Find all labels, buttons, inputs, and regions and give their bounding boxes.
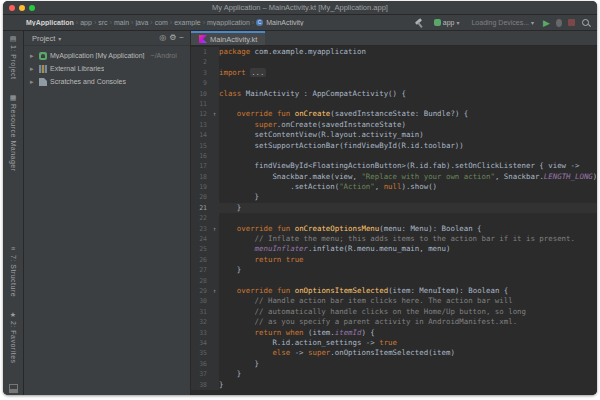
line-number[interactable]: 3 <box>191 68 210 78</box>
line-number[interactable]: 19 <box>191 182 210 192</box>
tab-mainactivity[interactable]: MainActivity.kt <box>191 31 265 45</box>
gear-icon[interactable]: ⚙ <box>169 33 176 43</box>
code-text[interactable]: return true <box>219 255 597 265</box>
line-number[interactable]: 10 <box>191 89 210 99</box>
code-text[interactable]: // as you specify a parent activity in A… <box>219 317 597 327</box>
editor[interactable]: 1package com.example.myapplication23impo… <box>191 46 597 395</box>
code-text[interactable]: return when (item.itemId) { <box>219 328 597 338</box>
breadcrumb-item[interactable]: com <box>155 19 168 26</box>
code-text[interactable]: } <box>219 192 597 202</box>
line-number[interactable]: 31 <box>191 307 210 317</box>
tree-item[interactable]: ▸MyApplication [My Application]~/Androi <box>24 49 190 62</box>
line-number[interactable]: 22 <box>191 213 210 223</box>
breadcrumb-item[interactable]: app <box>80 19 92 26</box>
code-text[interactable]: .setAction("Action", null).show() <box>219 182 597 192</box>
line-number[interactable]: 35 <box>191 348 210 358</box>
chevron-right-icon[interactable]: ▸ <box>30 52 36 60</box>
build-hammer-icon[interactable] <box>414 18 425 28</box>
debug-button[interactable] <box>556 19 562 27</box>
line-number[interactable]: 30 <box>191 296 210 306</box>
chevron-right-icon[interactable]: ▸ <box>30 78 36 86</box>
device-selector[interactable]: Loading Devices... ▾ <box>468 18 537 27</box>
code-text[interactable]: menuInflater.inflate(R.menu.menu_main, m… <box>219 244 597 254</box>
code-text[interactable]: // automatically handle clicks on the Ho… <box>219 307 597 317</box>
code-text[interactable]: setContentView(R.layout.activity_main) <box>219 130 597 140</box>
code-text[interactable]: } <box>219 380 597 390</box>
line-number[interactable]: 18 <box>191 172 210 182</box>
code-text[interactable]: // Inflate the menu; this adds items to … <box>219 234 597 244</box>
line-number[interactable]: 20 <box>191 192 210 202</box>
breadcrumb-item[interactable]: myapplication <box>207 19 250 26</box>
line-number[interactable]: 27 <box>191 265 210 275</box>
code-text[interactable]: } <box>219 359 597 369</box>
line-number[interactable]: 38 <box>191 380 210 390</box>
toggle-toolwindow-bars-icon[interactable] <box>9 384 18 393</box>
line-number[interactable]: 33 <box>191 328 210 338</box>
breadcrumb-item[interactable]: main <box>114 19 129 26</box>
tool-button-structure[interactable]: ≡7: Structure <box>10 245 17 297</box>
locate-file-icon[interactable]: ◎ <box>159 33 166 43</box>
line-number[interactable]: 21 <box>191 203 210 213</box>
breadcrumb-item[interactable]: MainActivity <box>266 19 303 26</box>
line-number[interactable]: 25 <box>191 244 210 254</box>
line-number[interactable]: 28 <box>191 276 210 286</box>
code-text[interactable]: override fun onOptionsItemSelected(item:… <box>219 286 597 296</box>
chevron-right-icon[interactable]: ▸ <box>30 65 36 73</box>
code-text[interactable] <box>219 57 597 67</box>
code-text[interactable]: override fun onCreate(savedInstanceState… <box>219 109 597 119</box>
breadcrumb-item[interactable]: java <box>135 19 148 26</box>
line-number[interactable]: 36 <box>191 359 210 369</box>
chevron-down-icon[interactable]: ▾ <box>58 35 61 42</box>
code-text[interactable]: findViewById<FloatingActionButton>(R.id.… <box>219 161 597 171</box>
code-text[interactable]: else -> super.onOptionsItemSelected(item… <box>219 348 597 358</box>
line-number[interactable]: 29 <box>191 286 210 296</box>
breadcrumb-item[interactable]: example <box>174 19 200 26</box>
code-text[interactable]: } <box>219 369 597 379</box>
tree-item[interactable]: ▸External Libraries <box>24 62 190 75</box>
line-number[interactable]: 1 <box>191 47 210 57</box>
line-number[interactable]: 9 <box>191 78 210 88</box>
code-text[interactable]: R.id.action_settings -> true <box>219 338 597 348</box>
run-button[interactable]: ▶ <box>543 18 550 28</box>
code-text[interactable] <box>219 99 597 109</box>
code-text[interactable]: class MainActivity : AppCompatActivity()… <box>219 89 597 99</box>
code-text[interactable]: // Handle action bar item clicks here. T… <box>219 296 597 306</box>
line-number[interactable]: 23 <box>191 224 210 234</box>
line-number[interactable]: 37 <box>191 369 210 379</box>
line-number[interactable]: 32 <box>191 317 210 327</box>
code-text[interactable] <box>219 151 597 161</box>
tool-button-favorites[interactable]: ★2: Favorites <box>10 311 17 364</box>
project-view-selector[interactable]: Project <box>32 34 55 43</box>
tool-button-resource-manager[interactable]: ▦Resource Manager <box>10 94 17 172</box>
code-text[interactable]: } <box>219 203 597 213</box>
line-number[interactable]: 24 <box>191 234 210 244</box>
line-number[interactable]: 13 <box>191 120 210 130</box>
code-text[interactable]: import ... <box>219 68 597 78</box>
line-number[interactable]: 2 <box>191 57 210 67</box>
line-number[interactable]: 26 <box>191 255 210 265</box>
code-text[interactable]: setSupportActionBar(findViewById(R.id.to… <box>219 141 597 151</box>
run-configuration-selector[interactable]: app ▾ <box>431 18 463 27</box>
code-text[interactable] <box>219 213 597 223</box>
line-number[interactable]: 11 <box>191 99 210 109</box>
line-number[interactable]: 34 <box>191 338 210 348</box>
code-text[interactable] <box>219 276 597 286</box>
breadcrumb-item[interactable]: MyApplication <box>26 19 74 26</box>
line-number[interactable]: 16 <box>191 151 210 161</box>
code-text[interactable]: } <box>219 265 597 275</box>
breadcrumb-item[interactable]: src <box>98 19 107 26</box>
code-text[interactable]: override fun onCreateOptionsMenu(menu: M… <box>219 224 597 234</box>
search-everywhere-button[interactable] <box>581 18 591 28</box>
code-text[interactable] <box>219 78 597 88</box>
tree-item[interactable]: ▸Scratches and Consoles <box>24 75 190 88</box>
collapse-all-icon[interactable]: − <box>179 33 184 43</box>
line-number[interactable]: 17 <box>191 161 210 171</box>
line-number[interactable]: 14 <box>191 130 210 140</box>
stop-button[interactable] <box>568 19 575 26</box>
line-number[interactable]: 12 <box>191 109 210 119</box>
code-text[interactable]: Snackbar.make(view, "Replace with your o… <box>219 172 597 182</box>
tool-button-project[interactable]: ▤1: Project <box>10 35 17 80</box>
line-number[interactable]: 15 <box>191 141 210 151</box>
code-text[interactable]: package com.example.myapplication <box>219 47 597 57</box>
code-text[interactable]: super.onCreate(savedInstanceState) <box>219 120 597 130</box>
